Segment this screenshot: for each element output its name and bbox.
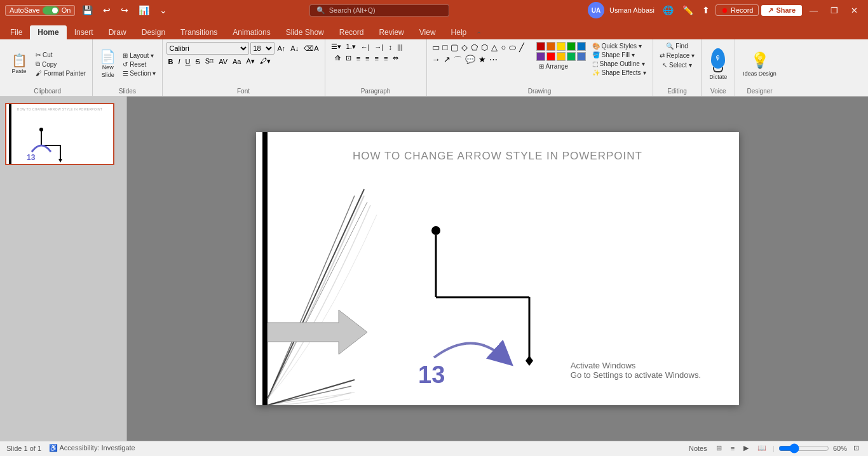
- font-color-button[interactable]: A▾: [244, 57, 256, 66]
- connector-diamond[interactable]: [526, 356, 533, 366]
- zoom-slider[interactable]: [778, 443, 829, 453]
- color-swatch-green2[interactable]: [567, 52, 576, 61]
- strikethrough-button[interactable]: S: [193, 57, 201, 66]
- shape-fill-button[interactable]: 🪣 Shape Fill ▾: [590, 51, 649, 59]
- shape-square[interactable]: □: [442, 42, 449, 53]
- align-center-button[interactable]: ≡: [363, 54, 371, 63]
- close-button[interactable]: ✕: [846, 3, 863, 18]
- color-swatch-orange[interactable]: [546, 42, 555, 51]
- convert-text-button[interactable]: ⟰: [333, 53, 342, 63]
- record-button-title[interactable]: ⏺ Record: [715, 4, 759, 16]
- copy-button[interactable]: ⧉ Copy: [33, 60, 88, 69]
- spacing-button[interactable]: AV: [217, 57, 229, 66]
- reading-view-button[interactable]: 📖: [755, 443, 769, 453]
- paste-button[interactable]: 📋 Paste: [6, 53, 32, 76]
- shape-rectangle[interactable]: ▭: [431, 42, 441, 53]
- bullets-button[interactable]: ☰▾: [329, 42, 343, 51]
- autosave-toggle[interactable]: [43, 6, 59, 15]
- increase-font-button[interactable]: A↑: [276, 44, 288, 53]
- tab-record[interactable]: Record: [332, 25, 372, 39]
- highlight-button[interactable]: 🖍▾: [258, 57, 273, 66]
- color-swatch-indigo[interactable]: [577, 52, 586, 61]
- globe-icon[interactable]: 🌐: [660, 4, 677, 17]
- tab-transitions[interactable]: Transitions: [173, 25, 225, 39]
- find-button[interactable]: 🔍 Find: [663, 42, 690, 50]
- ideas-button[interactable]: 💡 Ideas Design: [739, 49, 780, 79]
- color-swatch-gold[interactable]: [557, 52, 566, 61]
- color-swatch-red2[interactable]: [546, 52, 555, 61]
- shape-triangle[interactable]: △: [490, 42, 499, 53]
- dictate-button[interactable]: 🎙 Dictate: [705, 46, 731, 83]
- shape-pentagon[interactable]: ⬠: [470, 42, 479, 53]
- shape-more[interactable]: ⋯: [488, 54, 499, 67]
- curved-arrow[interactable]: [434, 344, 504, 358]
- shape-outline-button[interactable]: ⬚ Shape Outline ▾: [590, 60, 649, 68]
- font-size-select[interactable]: 18: [250, 42, 275, 55]
- section-button[interactable]: ☰ Section ▾: [120, 69, 158, 77]
- customize-button[interactable]: ⌄: [156, 4, 170, 17]
- ribbon-collapse-icon[interactable]: ⌃: [474, 30, 484, 39]
- pen-icon[interactable]: ✏️: [679, 4, 696, 17]
- tab-view[interactable]: View: [412, 25, 444, 39]
- redo-button[interactable]: ↪: [118, 4, 132, 17]
- tab-help[interactable]: Help: [444, 25, 475, 39]
- save-button[interactable]: 💾: [79, 4, 96, 17]
- connector-circle[interactable]: [431, 226, 440, 235]
- align-left-button[interactable]: ≡: [355, 54, 362, 63]
- underline-button[interactable]: U: [184, 57, 193, 66]
- shape-arrow[interactable]: →: [431, 54, 442, 67]
- clear-format-button[interactable]: ⌫A: [302, 44, 320, 53]
- color-swatch-blue[interactable]: [577, 42, 586, 51]
- slide-canvas[interactable]: HOW TO CHANGE ARROW STYLE IN POWERPOINT: [256, 132, 739, 405]
- new-slide-button[interactable]: 📄 New Slide: [97, 49, 119, 79]
- tab-draw[interactable]: Draw: [101, 25, 134, 39]
- slide-thumb-1[interactable]: HOW TO CHANGE ARROW STYLE IN POWERPOINT …: [5, 103, 114, 165]
- minimize-button[interactable]: —: [804, 3, 823, 18]
- user-avatar[interactable]: UA: [588, 2, 604, 18]
- decrease-font-button[interactable]: A↓: [288, 44, 301, 53]
- smartart-button[interactable]: ⊡: [344, 53, 353, 63]
- tab-slideshow[interactable]: Slide Show: [278, 25, 332, 39]
- restore-button[interactable]: ❐: [825, 3, 843, 18]
- autosave-badge[interactable]: AutoSave On: [5, 5, 75, 16]
- notes-button[interactable]: Notes: [686, 444, 710, 453]
- font-name-select[interactable]: Calibri: [166, 42, 249, 55]
- normal-view-button[interactable]: ⊞: [714, 443, 724, 453]
- shape-effects-button[interactable]: ✨ Shape Effects ▾: [590, 69, 649, 77]
- replace-button[interactable]: ⇄ Replace ▾: [657, 51, 698, 60]
- shape-rounded-rect[interactable]: ▢: [449, 42, 459, 53]
- fit-to-window-button[interactable]: ⊡: [851, 443, 862, 453]
- increase-indent-button[interactable]: →|: [373, 43, 386, 51]
- arrange-button[interactable]: ⊞ Arrange: [536, 62, 586, 70]
- shape-oval[interactable]: ⬭: [508, 42, 517, 53]
- shadow-button[interactable]: S⌑: [203, 57, 215, 66]
- accessibility-button[interactable]: ♿ Accessibility: Investigate: [46, 443, 138, 453]
- shape-line[interactable]: ╱: [518, 42, 526, 53]
- slideshow-view-button[interactable]: ▶: [741, 443, 751, 453]
- numbering-button[interactable]: 1.▾: [344, 42, 358, 51]
- undo-button[interactable]: ↩: [100, 4, 114, 17]
- tab-file[interactable]: File: [3, 25, 30, 39]
- select-button[interactable]: ↖ Select ▾: [660, 61, 695, 69]
- quick-styles-button[interactable]: 🎨 Quick Styles ▾: [590, 42, 649, 50]
- layout-button[interactable]: ⊞ Layout ▾: [120, 51, 158, 60]
- shape-star[interactable]: ★: [477, 54, 487, 67]
- shape-circle[interactable]: ○: [499, 42, 507, 53]
- presentation-icon[interactable]: 📊: [135, 4, 153, 17]
- shape-connector[interactable]: ⌒: [452, 54, 463, 67]
- color-swatch-yellow[interactable]: [557, 42, 566, 51]
- justify-button[interactable]: ≡: [382, 54, 390, 63]
- tab-animations[interactable]: Animations: [225, 25, 278, 39]
- decrease-indent-button[interactable]: ←|: [359, 43, 372, 51]
- share-button[interactable]: ↗ Share: [761, 5, 802, 16]
- tab-design[interactable]: Design: [134, 25, 173, 39]
- tab-insert[interactable]: Insert: [67, 25, 101, 39]
- line-spacing-button[interactable]: ↕: [386, 43, 394, 51]
- align-right-button[interactable]: ≡: [373, 54, 381, 63]
- shape-diamond[interactable]: ◇: [460, 42, 469, 53]
- format-painter-button[interactable]: 🖌 Format Painter: [33, 69, 88, 77]
- ribbon-collapse-button[interactable]: ⬆: [699, 4, 713, 17]
- color-swatch-purple[interactable]: [536, 52, 545, 61]
- outline-view-button[interactable]: ≡: [728, 444, 737, 453]
- shape-curved-arrow[interactable]: ↗: [442, 54, 452, 67]
